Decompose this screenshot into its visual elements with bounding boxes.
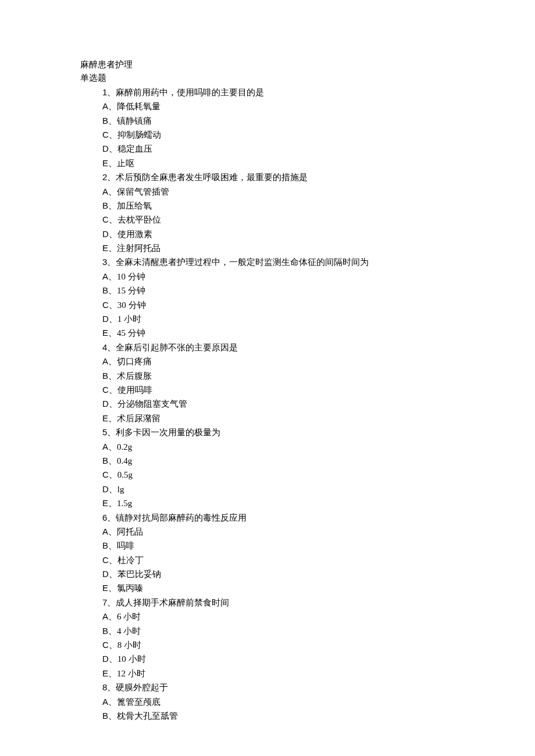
- option-separator: 、: [109, 485, 117, 494]
- option-label: D: [102, 229, 109, 239]
- option-text: 稳定血压: [117, 144, 152, 153]
- option-separator: 、: [108, 187, 117, 196]
- option-separator: 、: [108, 243, 117, 253]
- option-label: E: [102, 498, 108, 508]
- option-text: 加压给氧: [117, 201, 152, 210]
- option-line: D、10 小时: [80, 652, 455, 666]
- question-stem: 麻醉前用药中，使用吗啡的主要目的是: [116, 88, 264, 97]
- option-line: E、1.5g: [80, 496, 455, 510]
- option-separator: 、: [108, 669, 117, 678]
- option-label: D: [102, 314, 109, 324]
- question-text: 5、利多卡因一次用量的极量为: [80, 425, 455, 439]
- option-text: 45 分钟: [117, 328, 145, 338]
- option-line: D、使用激素: [80, 227, 455, 241]
- option-line: B、15 分钟: [80, 284, 455, 298]
- option-separator: 、: [108, 612, 117, 621]
- option-text: 0.2g: [117, 442, 132, 452]
- option-line: B、术后腹胀: [80, 369, 455, 383]
- option-text: 杜冷丁: [117, 556, 144, 565]
- option-separator: 、: [109, 640, 117, 650]
- option-separator: 、: [109, 556, 117, 565]
- question-stem: 硬膜外腔起于: [116, 683, 168, 692]
- option-line: A、篦管至颅底: [80, 695, 455, 709]
- option-line: E、12 小时: [80, 667, 455, 680]
- option-line: B、枕骨大孔至舐管: [80, 709, 455, 723]
- option-line: D、稳定血压: [80, 142, 455, 156]
- question-separator: 、: [107, 513, 116, 522]
- option-label: B: [102, 626, 108, 636]
- option-label: B: [102, 116, 108, 126]
- option-text: 10 分钟: [117, 272, 145, 281]
- option-label: E: [102, 158, 108, 168]
- question-separator: 、: [107, 683, 116, 692]
- option-text: 1.5g: [117, 499, 132, 508]
- option-text: 阿托品: [117, 527, 143, 536]
- option-text: 注射阿托品: [117, 243, 160, 253]
- option-label: B: [102, 200, 108, 210]
- option-text: 4 小时: [117, 626, 141, 636]
- option-separator: 、: [109, 130, 117, 139]
- question-stem: 术后预防全麻患者发生呼吸困难，最重要的措施是: [116, 173, 308, 182]
- option-text: 保留气管插管: [117, 187, 169, 196]
- option-line: A、6 小时: [80, 610, 455, 624]
- option-line: C、去枕平卧位: [80, 213, 455, 227]
- option-separator: 、: [109, 654, 117, 664]
- option-separator: 、: [109, 300, 117, 310]
- option-line: D、1 小时: [80, 312, 455, 326]
- question-separator: 、: [107, 343, 116, 352]
- option-separator: 、: [108, 711, 117, 721]
- option-text: 8 小时: [117, 640, 141, 650]
- option-label: B: [102, 540, 108, 550]
- option-line: A、阿托品: [80, 525, 455, 539]
- option-text: 镇静镇痛: [117, 116, 152, 126]
- question-text: 7、成人择期手术麻醉前禁食时间: [80, 596, 455, 610]
- option-label: B: [102, 711, 108, 721]
- option-label: A: [102, 442, 108, 452]
- question-stem: 利多卡因一次用量的极量为: [116, 428, 220, 437]
- option-line: B、镇静镇痛: [80, 114, 455, 128]
- option-label: D: [102, 484, 109, 494]
- option-label: B: [102, 285, 108, 295]
- option-separator: 、: [108, 201, 117, 210]
- option-line: B、4 小时: [80, 624, 455, 638]
- option-label: D: [102, 569, 109, 579]
- option-label: C: [102, 385, 109, 395]
- option-label: A: [102, 697, 108, 707]
- option-line: C、0.5g: [80, 468, 455, 482]
- option-text: 苯巴比妥钠: [117, 569, 161, 579]
- option-text: 氯丙嗪: [117, 583, 143, 593]
- option-separator: 、: [108, 357, 117, 366]
- option-text: 切口疼痛: [117, 357, 152, 366]
- option-separator: 、: [108, 286, 117, 295]
- option-label: A: [102, 611, 108, 621]
- question-text: 3、全麻未清醒患者护理过程中，一般定时监测生命体征的间隔时间为: [80, 255, 455, 269]
- option-label: B: [102, 456, 108, 465]
- option-text: 使用吗啡: [117, 385, 152, 395]
- question-text: 2、术后预防全麻患者发生呼吸困难，最重要的措施是: [80, 170, 455, 184]
- option-label: A: [102, 187, 108, 196]
- question-separator: 、: [107, 428, 116, 437]
- option-separator: 、: [109, 314, 117, 324]
- option-text: 15 分钟: [117, 286, 145, 295]
- option-label: E: [102, 583, 108, 593]
- question-separator: 、: [107, 598, 116, 607]
- question-separator: 、: [107, 173, 116, 182]
- option-separator: 、: [108, 102, 117, 111]
- option-line: A、0.2g: [80, 440, 455, 454]
- option-text: 12 小时: [117, 669, 145, 678]
- option-line: A、切口疼痛: [80, 354, 455, 368]
- option-text: 降低耗氧量: [117, 102, 160, 111]
- option-text: 术后尿潴留: [117, 414, 160, 423]
- option-text: 30 分钟: [117, 300, 146, 310]
- option-text: 使用激素: [117, 230, 152, 239]
- option-line: B、0.4g: [80, 454, 455, 468]
- option-line: E、术后尿潴留: [80, 411, 455, 425]
- option-text: 吗啡: [117, 541, 134, 550]
- option-label: D: [102, 144, 109, 153]
- option-label: B: [102, 371, 108, 381]
- option-separator: 、: [108, 159, 117, 168]
- option-separator: 、: [108, 583, 117, 593]
- option-label: E: [102, 243, 108, 253]
- option-line: D、分泌物阻塞支气管: [80, 397, 455, 411]
- option-label: C: [102, 300, 109, 310]
